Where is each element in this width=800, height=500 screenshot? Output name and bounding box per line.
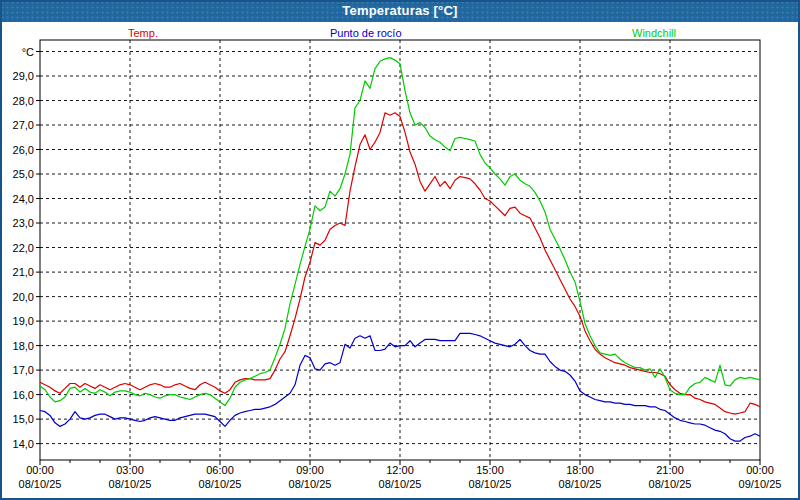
svg-text:08/10/25: 08/10/25 [109, 478, 152, 490]
svg-text:00:00: 00:00 [746, 464, 774, 476]
svg-text:15,0: 15,0 [13, 413, 34, 425]
svg-text:22,0: 22,0 [13, 242, 34, 254]
svg-text:17,0: 17,0 [13, 364, 34, 376]
svg-text:18,0: 18,0 [13, 340, 34, 352]
svg-text:20,0: 20,0 [13, 291, 34, 303]
svg-text:08/10/25: 08/10/25 [469, 478, 512, 490]
svg-text:08/10/25: 08/10/25 [199, 478, 242, 490]
svg-text:12:00: 12:00 [386, 464, 414, 476]
svg-text:25,0: 25,0 [13, 168, 34, 180]
svg-text:29,0: 29,0 [13, 70, 34, 82]
svg-text:08/10/25: 08/10/25 [379, 478, 422, 490]
chart-window: Temperaturas [°C] Temp. Punto de rocío W… [0, 0, 800, 500]
temperature-chart: 29,028,027,026,025,024,023,022,021,020,0… [0, 0, 800, 500]
svg-text:24,0: 24,0 [13, 193, 34, 205]
svg-text:19,0: 19,0 [13, 315, 34, 327]
svg-text:08/10/25: 08/10/25 [559, 478, 602, 490]
svg-text:08/10/25: 08/10/25 [19, 478, 62, 490]
svg-text:21:00: 21:00 [656, 464, 684, 476]
svg-text:00:00: 00:00 [26, 464, 54, 476]
svg-text:27,0: 27,0 [13, 119, 34, 131]
svg-text:28,0: 28,0 [13, 95, 34, 107]
svg-text:09:00: 09:00 [296, 464, 324, 476]
svg-text:16,0: 16,0 [13, 389, 34, 401]
svg-text:21,0: 21,0 [13, 266, 34, 278]
svg-text:14,0: 14,0 [13, 438, 34, 450]
svg-text:°C: °C [22, 46, 34, 58]
svg-text:06:00: 06:00 [206, 464, 234, 476]
svg-text:18:00: 18:00 [566, 464, 594, 476]
svg-text:08/10/25: 08/10/25 [649, 478, 692, 490]
svg-text:15:00: 15:00 [476, 464, 504, 476]
svg-text:03:00: 03:00 [116, 464, 144, 476]
svg-text:08/10/25: 08/10/25 [289, 478, 332, 490]
svg-text:26,0: 26,0 [13, 144, 34, 156]
svg-text:23,0: 23,0 [13, 217, 34, 229]
svg-text:09/10/25: 09/10/25 [739, 478, 782, 490]
